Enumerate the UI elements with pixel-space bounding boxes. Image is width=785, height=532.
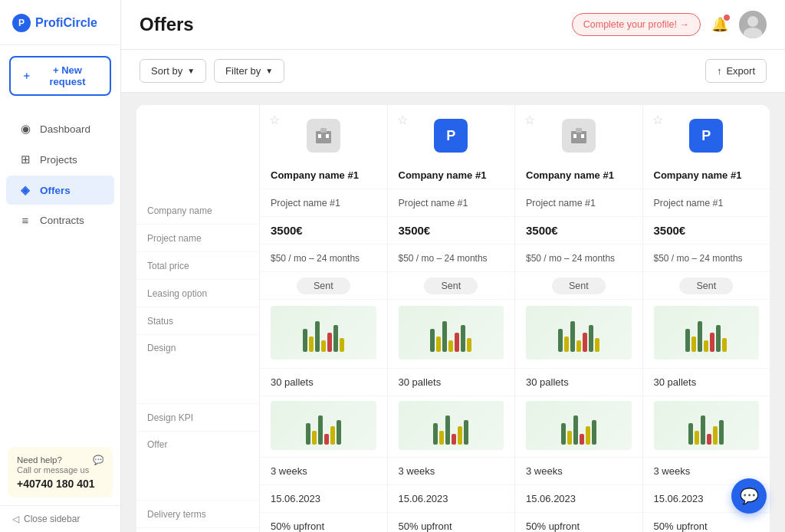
design-thumbnail-1 bbox=[271, 306, 376, 360]
svg-rect-5 bbox=[318, 134, 321, 138]
plus-icon: ＋ bbox=[21, 69, 31, 83]
payment-3: 50% upfront bbox=[515, 513, 642, 532]
company-name-4: Company name #1 bbox=[643, 162, 770, 189]
leasing-2: $50 / mo – 24 months bbox=[388, 245, 515, 272]
kpi-4: 30 pallets bbox=[643, 369, 770, 396]
design-thumbnail-4 bbox=[654, 306, 760, 360]
kpi-1: 30 pallets bbox=[260, 369, 387, 396]
delivery-1: 3 weeks bbox=[260, 458, 387, 485]
kpi-2: 30 pallets bbox=[388, 369, 515, 396]
offer-card-3: ☆ Company name #1 Project name #1 3500€ … bbox=[514, 105, 642, 532]
project-name-2: Project name #1 bbox=[388, 189, 515, 217]
labels-column: Company name Project name Total price Le… bbox=[136, 105, 259, 532]
label-design: Design bbox=[136, 335, 259, 404]
label-project-name: Project name bbox=[136, 225, 259, 252]
validity-3: 15.06.2023 bbox=[515, 485, 642, 513]
label-delivery: Delivery terms bbox=[136, 501, 259, 528]
label-offer: Offer bbox=[136, 432, 259, 501]
svg-point-1 bbox=[747, 16, 758, 27]
label-validity: Offer validity bbox=[136, 528, 259, 532]
status-badge-2: Sent bbox=[424, 277, 478, 294]
close-sidebar-button[interactable]: ◁ Close sidebar bbox=[0, 505, 120, 532]
price-1: 3500€ bbox=[260, 217, 387, 245]
status-badge-4: Sent bbox=[679, 277, 733, 294]
label-leasing: Leasing option bbox=[136, 280, 259, 307]
validity-2: 15.06.2023 bbox=[388, 485, 515, 513]
main-content: Offers Complete your profile! → 🔔 Sort b… bbox=[121, 0, 785, 532]
offer-thumbnail-3 bbox=[526, 401, 632, 450]
offer-image-3 bbox=[515, 396, 642, 458]
notification-badge bbox=[723, 14, 731, 21]
offer-header-1: ☆ bbox=[260, 105, 387, 162]
toolbar: Sort by ▼ Filter by ▼ ↑ Export bbox=[121, 50, 785, 93]
svg-rect-8 bbox=[576, 128, 582, 133]
offer-image-1 bbox=[260, 396, 387, 458]
complete-profile-button[interactable]: Complete your profile! → bbox=[572, 13, 701, 36]
star-button-2[interactable]: ☆ bbox=[397, 113, 408, 127]
avatar[interactable] bbox=[739, 11, 767, 38]
notifications-button[interactable]: 🔔 bbox=[711, 16, 728, 33]
company-logo-1 bbox=[307, 119, 340, 153]
sort-by-dropdown[interactable]: Sort by ▼ bbox=[140, 59, 206, 83]
logo: P ProfiCircle bbox=[12, 14, 108, 32]
logo-area: P ProfiCircle bbox=[0, 0, 120, 45]
chat-button[interactable]: 💬 bbox=[731, 478, 767, 514]
design-4 bbox=[643, 300, 770, 369]
filter-by-dropdown[interactable]: Filter by ▼ bbox=[214, 59, 284, 83]
validity-1: 15.06.2023 bbox=[260, 485, 387, 513]
export-button[interactable]: ↑ Export bbox=[705, 59, 767, 83]
design-thumbnail-2 bbox=[399, 306, 504, 360]
offer-card-1: ☆ Company name #1 Project name #1 3500€ … bbox=[259, 105, 387, 532]
sidebar-item-contracts[interactable]: ≡ Contracts bbox=[6, 206, 114, 235]
page-title: Offers bbox=[140, 14, 194, 35]
star-button-4[interactable]: ☆ bbox=[652, 113, 663, 127]
company-name-1: Company name #1 bbox=[260, 162, 387, 189]
offer-thumbnail-2 bbox=[399, 401, 504, 450]
offers-content: Company name Project name Total price Le… bbox=[121, 93, 785, 532]
label-total-price: Total price bbox=[136, 252, 259, 280]
offer-image-4 bbox=[643, 396, 770, 458]
company-logo-3 bbox=[562, 119, 596, 153]
new-request-button[interactable]: ＋ + New request bbox=[9, 56, 111, 96]
svg-rect-6 bbox=[326, 134, 329, 138]
design-thumbnail-3 bbox=[526, 306, 632, 360]
project-name-4: Project name #1 bbox=[643, 189, 770, 217]
sidebar-item-projects[interactable]: ⊞ Projects bbox=[6, 145, 114, 174]
status-1: Sent bbox=[260, 272, 387, 300]
svg-rect-10 bbox=[581, 134, 584, 138]
star-button-1[interactable]: ☆ bbox=[269, 113, 280, 127]
status-badge-3: Sent bbox=[552, 277, 606, 294]
star-button-3[interactable]: ☆ bbox=[524, 113, 535, 127]
sidebar-item-offers[interactable]: ◈ Offers bbox=[6, 176, 114, 205]
kpi-3: 30 pallets bbox=[515, 369, 642, 396]
status-3: Sent bbox=[515, 272, 642, 300]
price-2: 3500€ bbox=[388, 217, 515, 245]
logo-icon: P bbox=[12, 14, 31, 32]
sidebar-nav: ◉ Dashboard ⊞ Projects ◈ Offers ≡ Contra… bbox=[0, 107, 120, 439]
projects-icon: ⊞ bbox=[18, 153, 32, 166]
status-2: Sent bbox=[388, 272, 515, 300]
sidebar: P ProfiCircle ＋ + New request ◉ Dashboar… bbox=[0, 0, 121, 532]
price-4: 3500€ bbox=[643, 217, 770, 245]
chevron-down-icon: ▼ bbox=[187, 67, 195, 75]
offer-header-4: ☆ P bbox=[643, 105, 770, 162]
design-2 bbox=[388, 300, 515, 369]
whatsapp-icon: 💬 bbox=[93, 455, 103, 465]
design-1 bbox=[260, 300, 387, 369]
offer-thumbnail-4 bbox=[654, 401, 760, 450]
svg-rect-9 bbox=[573, 134, 576, 138]
project-name-1: Project name #1 bbox=[260, 189, 387, 217]
status-4: Sent bbox=[643, 272, 770, 300]
help-box: Need help? 💬 Call or message us +40740 1… bbox=[8, 447, 113, 498]
close-sidebar-icon: ◁ bbox=[12, 514, 19, 524]
design-3 bbox=[515, 300, 642, 369]
price-3: 3500€ bbox=[515, 217, 642, 245]
project-name-3: Project name #1 bbox=[515, 189, 642, 217]
delivery-3: 3 weeks bbox=[515, 458, 642, 485]
dashboard-icon: ◉ bbox=[18, 122, 32, 136]
offer-card-4: ☆ P Company name #1 Project name #1 3500… bbox=[642, 105, 770, 532]
offer-card-2: ☆ P Company name #1 Project name #1 3500… bbox=[387, 105, 515, 532]
payment-4: 50% upfront bbox=[643, 513, 770, 532]
offer-image-2 bbox=[388, 396, 515, 458]
sidebar-item-dashboard[interactable]: ◉ Dashboard bbox=[6, 114, 114, 143]
